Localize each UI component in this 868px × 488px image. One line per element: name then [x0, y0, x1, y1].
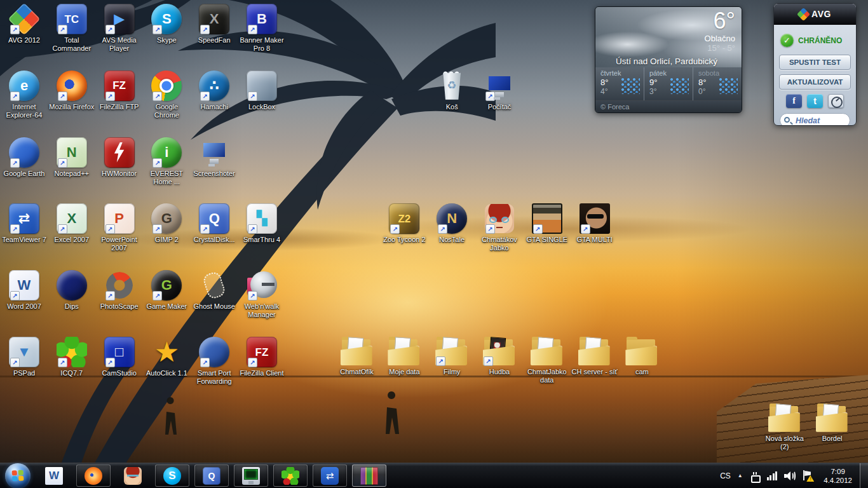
taskbar-button-crystal[interactable]: Q — [194, 464, 229, 487]
trash-icon: ♻ — [437, 71, 467, 101]
icon-label: Web'n'walk Manager — [238, 302, 285, 319]
desktop-icon-hwmonitor[interactable]: HWMonitor — [96, 137, 143, 178]
desktop-icon-internet-explorer-64[interactable]: e↗Internet Explorer-64 — [1, 71, 48, 119]
volume-icon[interactable] — [784, 471, 796, 481]
icon-label: Skype — [157, 36, 177, 44]
desktop-icon-total-commander[interactable]: TC↗Total Commander — [48, 4, 95, 53]
icon-label: FileZilla FTP — [100, 103, 139, 111]
desktop-icon-excel-2007[interactable]: X↗Excel 2007 — [48, 203, 95, 244]
desktop-icon-google-earth[interactable]: ↗Google Earth — [1, 137, 48, 178]
update-button[interactable]: AKTUALIZOVAT — [779, 74, 851, 90]
desktop-icon-dips[interactable]: Dips — [48, 270, 95, 311]
desktop-icon-filezilla-client[interactable]: FZ↗FileZilla Client — [238, 337, 285, 377]
desktop-icon-pspad[interactable]: ▼↗PSPad — [1, 337, 48, 377]
tray-date: 4.4.2012 — [824, 476, 852, 485]
desktop-icon-zoo-tycoon-2[interactable]: Z2↗Zoo Tycoon 2 — [381, 203, 428, 244]
desktop-icon-powerpoint-2007[interactable]: P↗PowerPoint 2007 — [96, 203, 143, 252]
avg-gadget[interactable]: AVG ✓ CHRÁNĚNO SPUSTIT TEST AKTUALIZOVAT… — [773, 3, 857, 126]
shortcut-arrow-icon: ↗ — [10, 291, 20, 301]
taskbar-button-word[interactable]: W — [37, 464, 71, 487]
icon-label: Moje data — [389, 368, 419, 376]
taskbar-button-winrar[interactable] — [352, 464, 386, 487]
language-indicator[interactable]: CS — [720, 471, 731, 480]
desktop-icon-photoscape[interactable]: ↗PhotoScape — [96, 270, 143, 311]
network-signal-icon[interactable] — [767, 471, 778, 480]
clock[interactable]: 7:09 4.4.2012 — [820, 467, 856, 485]
app-icon: P↗ — [104, 203, 135, 234]
icon-label: Koš — [446, 103, 458, 111]
desktop-icon-camstudio[interactable]: □↗CamStudio — [96, 337, 143, 377]
desktop-icon-ch-server-síť[interactable]: CH server - síť — [571, 337, 618, 376]
desktop-icon-koš[interactable]: ♻Koš — [428, 71, 475, 111]
taskbar-button-avatar[interactable] — [116, 464, 150, 487]
desktop-icon-gimp-2[interactable]: G↗GIMP 2 — [143, 203, 190, 244]
status-text: CHRÁNĚNO — [798, 36, 842, 45]
taskbar-button-sysmon[interactable] — [234, 464, 268, 487]
desktop-icon-google-chrome[interactable]: ↗Google Chrome — [143, 71, 190, 119]
forecast-day-name: sobota — [698, 69, 742, 77]
desktop-icon-crystaldisk[interactable]: Q↗CrystalDisk... — [191, 203, 238, 244]
show-desktop-button[interactable] — [860, 463, 868, 488]
desktop-icon-filezilla-ftp[interactable]: FZ↗FileZilla FTP — [96, 71, 143, 111]
avatar-icon — [124, 467, 142, 485]
search-icon — [784, 117, 790, 123]
avg-search-box[interactable] — [780, 113, 850, 126]
desktop-icon-teamviewer-7[interactable]: ⇄↗TeamViewer 7 — [1, 203, 48, 244]
desktop-icon-mozilla-firefox[interactable]: ↗Mozilla Firefox — [48, 71, 95, 111]
taskbar-button-icq[interactable] — [273, 464, 308, 487]
desktop-icon-notepad[interactable]: N↗Notepad++ — [48, 137, 95, 178]
desktop-icon-nová-složka-2[interactable]: Nová složka (2) — [761, 403, 808, 451]
desktop-icon-autoclick-1-1[interactable]: ★AutoClick 1.1 — [143, 337, 190, 377]
desktop-icon-word-2007[interactable]: W↗Word 2007 — [1, 270, 48, 311]
desktop-icon-everest-home[interactable]: i↗EVEREST Home ... — [143, 137, 190, 186]
folder-icon — [387, 337, 421, 366]
desktop-icon-gta-multi[interactable]: ↗GTA MULTI — [571, 203, 618, 244]
desktop-icon-chmatofík[interactable]: ChmatOfík — [334, 337, 381, 376]
desktop-icon-počítač[interactable]: ↗Počítač — [476, 71, 523, 111]
taskbar-button-firefox[interactable] — [76, 464, 111, 487]
desktop-icon-skype[interactable]: S↗Skype — [143, 4, 190, 44]
folder-icon — [768, 403, 802, 433]
forecast-day[interactable]: pátek 9° 3° — [644, 67, 693, 100]
desktop-icon-screenshoter[interactable]: Screenshoter — [191, 137, 238, 178]
desktop-icon-ghost-mouse[interactable]: Ghost Mouse — [191, 270, 238, 311]
desktop-icon-gta-single[interactable]: ↗GTA SINGLE — [524, 203, 571, 244]
desktop-icon-hudba[interactable]: ↗Hudba — [476, 337, 523, 376]
weather-gadget[interactable]: 6° Oblačno 15° - 5° Ústí nad Orlicí, Par… — [595, 6, 742, 113]
desktop-icon-chmatjabko-data[interactable]: ChmatJabko data — [524, 337, 571, 384]
twitter-icon[interactable]: t — [807, 94, 823, 108]
action-center-flag-icon[interactable]: ! — [803, 470, 813, 481]
desktop-icon-cam[interactable]: cam — [618, 337, 665, 376]
desktop-icon-avg-2012[interactable]: ↗AVG 2012 — [1, 4, 48, 44]
start-button[interactable] — [5, 463, 31, 488]
shortcut-arrow-icon: ↗ — [390, 224, 400, 234]
desktop-icon-smart-port-forwarding[interactable]: ↗Smart Port Forwarding — [191, 337, 238, 386]
forecast-day[interactable]: čtvrtek 8° 4° — [595, 67, 644, 100]
run-test-button[interactable]: SPUSTIT TEST — [779, 55, 851, 70]
folder-icon — [578, 337, 612, 366]
desktop-icon-avs-media-player[interactable]: ▶↗AVS Media Player — [96, 4, 143, 53]
safely-remove-hardware-icon[interactable] — [750, 471, 760, 481]
desktop-icon-filmy[interactable]: ↗Filmy — [428, 337, 475, 376]
search-input[interactable] — [796, 116, 850, 125]
desktop-icon-icq7-7[interactable]: ↗ICQ7.7 — [48, 337, 95, 377]
desktop-icon-lockbox[interactable]: ↗LockBox — [238, 71, 285, 111]
taskbar-button-teamviewer[interactable]: ⇄ — [313, 464, 347, 487]
icon-label: ICQ7.7 — [60, 369, 83, 377]
facebook-icon[interactable]: f — [786, 94, 802, 108]
desktop-icon-speedfan[interactable]: X↗SpeedFan — [191, 4, 238, 44]
desktop-icon-web-n-walk-manager[interactable]: ↗Web'n'walk Manager — [238, 270, 285, 319]
desktop-icon-chmatákov-jabko[interactable]: ↗Chmatákov Jabko — [476, 203, 523, 252]
taskbar-button-skype[interactable]: S — [155, 464, 189, 487]
shortcut-arrow-icon: ↗ — [485, 92, 495, 101]
desktop-icon-game-maker[interactable]: G↗Game Maker — [143, 270, 190, 311]
linkscanner-gauge-icon[interactable] — [828, 94, 844, 108]
desktop-icon-hamachi[interactable]: ∴↗Hamachi — [191, 71, 238, 111]
show-hidden-icons-button[interactable]: ▲ — [738, 473, 743, 478]
desktop-icon-moje-data[interactable]: Moje data — [381, 337, 428, 376]
desktop-icon-nostale[interactable]: N↗NosTale — [428, 203, 475, 244]
desktop-icon-bordel[interactable]: Bordel — [809, 403, 856, 443]
desktop-icon-smarthru-4[interactable]: ▚↗SmarThru 4 — [238, 203, 285, 244]
desktop-icon-banner-maker-pro-8[interactable]: B↗Banner Maker Pro 8 — [238, 4, 285, 53]
forecast-day[interactable]: sobota 8° 0° — [693, 67, 742, 100]
